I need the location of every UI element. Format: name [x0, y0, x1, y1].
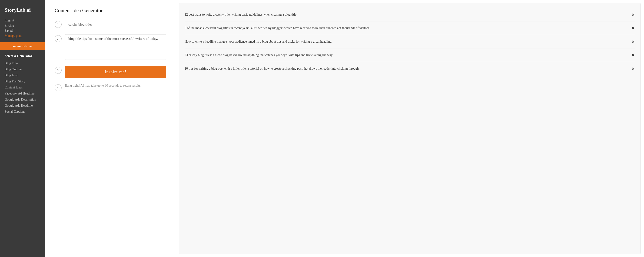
generator-google-ads-headline[interactable]: Google Ads Headline: [0, 103, 45, 109]
result-item: How to write a headline that gets your a…: [184, 35, 635, 48]
result-text: 5 of the most successful blog titles in …: [184, 26, 627, 31]
select-generator-label: Select a Generator: [0, 54, 45, 58]
result-close-button[interactable]: ✕: [631, 40, 635, 44]
result-text: 12 best ways to write a catchy title: wr…: [184, 12, 627, 17]
nav-link-saved[interactable]: Saved: [5, 29, 41, 33]
app-logo: StoryLab.ai: [0, 5, 45, 19]
result-close-button[interactable]: ✕: [631, 26, 635, 31]
form-panel: Content Idea Generator 1. 2. 3. Inspire …: [45, 0, 176, 257]
step-1-row: 1.: [55, 20, 166, 29]
step-4-circle: 4.: [55, 84, 62, 91]
step-4-row: 4. Hang tight! AI may take up to 30 seco…: [55, 83, 166, 91]
generator-blog-title[interactable]: Blog Title: [0, 60, 45, 66]
topic-input[interactable]: [65, 20, 166, 29]
result-item: 5 of the most successful blog titles in …: [184, 22, 635, 35]
results-panel: 12 best ways to write a catchy title: wr…: [179, 3, 641, 254]
generator-blog-post-story[interactable]: Blog Post Story: [0, 78, 45, 85]
wait-text: Hang tight! AI may take up to 30 seconds…: [65, 84, 141, 87]
step-2-row: 2.: [55, 34, 166, 61]
result-close-button[interactable]: ✕: [631, 13, 635, 17]
description-textarea[interactable]: [65, 34, 166, 60]
sidebar: StoryLab.ai LogoutPricingSavedManage pla…: [0, 0, 45, 257]
generator-facebook-ad-headline[interactable]: Facebook Ad Headline: [0, 91, 45, 97]
step-3-circle: 3.: [55, 67, 62, 74]
result-item: 12 best ways to write a catchy title: wr…: [184, 8, 635, 22]
nav-links: LogoutPricingSavedManage plan: [0, 19, 45, 38]
result-text: 23 catchy blog titles: a niche blog base…: [184, 53, 627, 58]
main-content: Content Idea Generator 1. 2. 3. Inspire …: [45, 0, 644, 257]
generator-content-ideas[interactable]: Content Ideas: [0, 85, 45, 91]
page-title: Content Idea Generator: [55, 8, 166, 14]
result-text: 10 tips for writing a blog post with a k…: [184, 66, 627, 71]
generator-social-captions[interactable]: Social Captions: [0, 109, 45, 115]
generator-blog-outline[interactable]: Blog Outline: [0, 66, 45, 72]
step-4-text-container: Hang tight! AI may take up to 30 seconds…: [65, 83, 166, 88]
step-3-row: 3. Inspire me!: [55, 66, 166, 78]
result-text: How to write a headline that gets your a…: [184, 39, 627, 44]
generator-google-ads-description[interactable]: Google Ads Description: [0, 97, 45, 103]
result-item: 10 tips for writing a blog post with a k…: [184, 62, 635, 75]
step-1-circle: 1.: [55, 21, 62, 28]
step-2-circle: 2.: [55, 35, 62, 42]
generator-list: Blog TitleBlog OutlineBlog IntroBlog Pos…: [0, 60, 45, 115]
unlimited-runs-badge: unlimited runs: [0, 42, 45, 50]
nav-link-manage-plan[interactable]: Manage plan: [5, 34, 41, 38]
step-3-button-container: Inspire me!: [65, 66, 166, 78]
result-close-button[interactable]: ✕: [631, 67, 635, 71]
generator-blog-intro[interactable]: Blog Intro: [0, 72, 45, 78]
result-close-button[interactable]: ✕: [631, 53, 635, 58]
nav-link-logout[interactable]: Logout: [5, 19, 41, 22]
result-item: 23 catchy blog titles: a niche blog base…: [184, 48, 635, 62]
step-1-input-container: [65, 20, 166, 29]
step-2-input-container: [65, 34, 166, 61]
inspire-button[interactable]: Inspire me!: [65, 66, 166, 78]
nav-link-pricing[interactable]: Pricing: [5, 24, 41, 28]
